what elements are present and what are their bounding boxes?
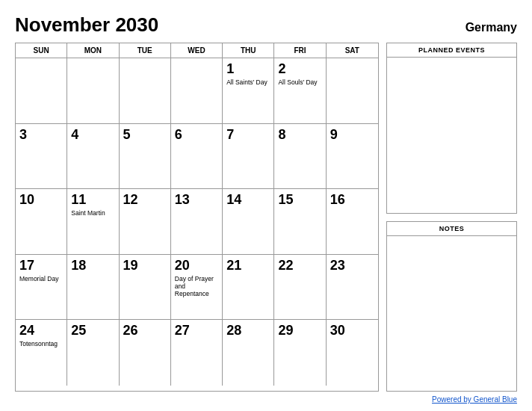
day-number: 25 [71, 323, 114, 339]
cal-cell: 20Day of Prayer and Repentance [171, 255, 223, 321]
day-of-week-thu: THU [223, 43, 274, 58]
day-number: 29 [278, 323, 321, 339]
cal-cell: 21 [223, 255, 274, 321]
day-number: 13 [175, 192, 218, 208]
cal-cell: 15 [274, 189, 326, 255]
day-number: 7 [226, 127, 270, 143]
cal-cell: 19 [120, 255, 171, 321]
cal-cell: 10 [16, 189, 67, 255]
day-number: 10 [19, 192, 63, 208]
cal-cell: 11Saint Martin [67, 189, 119, 255]
cal-cell: 29 [274, 320, 326, 386]
cal-cell: 1All Saints' Day [223, 58, 274, 124]
cal-cell: 26 [120, 320, 171, 386]
day-number: 6 [175, 127, 218, 143]
day-number: 18 [71, 258, 114, 274]
main-content: SUNMONTUEWEDTHUFRISAT 1All Saints' Day2A… [15, 43, 517, 392]
event-label: All Saints' Day [226, 78, 270, 86]
calendar-header: SUNMONTUEWEDTHUFRISAT [16, 43, 378, 58]
cal-cell: 4 [67, 124, 119, 190]
event-label: Saint Martin [71, 209, 114, 217]
day-number: 14 [226, 192, 270, 208]
day-number: 5 [123, 127, 167, 143]
cal-cell [67, 58, 119, 124]
cal-cell: 18 [67, 255, 119, 321]
cal-cell: 25 [67, 320, 119, 386]
cal-cell: 9 [327, 124, 378, 190]
planned-events-title: PLANNED EVENTS [387, 43, 516, 58]
event-label: Memorial Day [19, 275, 63, 282]
day-number: 30 [330, 323, 374, 339]
footer: Powered by General Blue [15, 395, 517, 404]
day-number: 20 [175, 258, 218, 274]
cal-cell: 13 [171, 189, 223, 255]
cal-cell: 16 [327, 189, 378, 255]
cal-cell: 8 [274, 124, 326, 190]
day-number: 11 [71, 192, 114, 208]
notes-title: NOTES [387, 222, 516, 236]
day-number: 28 [226, 323, 270, 339]
cal-cell [327, 58, 378, 124]
cal-cell: 5 [120, 124, 171, 190]
cal-cell [120, 58, 171, 124]
event-label: All Souls' Day [278, 78, 321, 86]
country-title: Germany [466, 21, 517, 34]
day-number: 26 [123, 323, 167, 339]
day-of-week-sat: SAT [327, 43, 378, 58]
event-label: Totensonntag [19, 340, 63, 347]
cal-cell: 24Totensonntag [16, 320, 67, 386]
cal-cell: 12 [120, 189, 171, 255]
day-number: 23 [330, 258, 374, 274]
cal-cell: 2All Souls' Day [274, 58, 326, 124]
day-of-week-tue: TUE [120, 43, 171, 58]
event-label: Day of Prayer and Repentance [175, 275, 218, 298]
day-number: 22 [278, 258, 321, 274]
cal-cell: 23 [327, 255, 378, 321]
planned-events-box: PLANNED EVENTS [386, 43, 517, 214]
month-title: November 2030 [15, 13, 158, 37]
calendar-grid: 1All Saints' Day2All Souls' Day345678910… [16, 58, 378, 386]
day-number: 1 [226, 61, 270, 77]
cal-cell: 6 [171, 124, 223, 190]
sidebar: PLANNED EVENTS NOTES [386, 43, 517, 392]
day-of-week-fri: FRI [274, 43, 326, 58]
cal-cell [171, 58, 223, 124]
cal-cell: 28 [223, 320, 274, 386]
day-number: 21 [226, 258, 270, 274]
cal-cell [16, 58, 67, 124]
cal-cell: 30 [327, 320, 378, 386]
day-number: 12 [123, 192, 167, 208]
day-number: 27 [175, 323, 218, 339]
cal-cell: 3 [16, 124, 67, 190]
day-number: 15 [278, 192, 321, 208]
day-of-week-wed: WED [171, 43, 223, 58]
day-number: 24 [19, 323, 63, 339]
day-of-week-sun: SUN [16, 43, 67, 58]
notes-box: NOTES [386, 221, 517, 392]
day-number: 8 [278, 127, 321, 143]
cal-cell: 27 [171, 320, 223, 386]
day-number: 3 [19, 127, 63, 143]
day-number: 4 [71, 127, 114, 143]
day-of-week-mon: MON [67, 43, 119, 58]
day-number: 17 [19, 258, 63, 274]
day-number: 2 [278, 61, 321, 77]
powered-by-link[interactable]: Powered by General Blue [432, 395, 517, 404]
notes-content [387, 236, 516, 389]
cal-cell: 14 [223, 189, 274, 255]
day-number: 16 [330, 192, 374, 208]
cal-cell: 22 [274, 255, 326, 321]
calendar: SUNMONTUEWEDTHUFRISAT 1All Saints' Day2A… [15, 43, 379, 392]
day-number: 19 [123, 258, 167, 274]
cal-cell: 17Memorial Day [16, 255, 67, 321]
day-number: 9 [330, 127, 374, 143]
planned-events-content [387, 58, 516, 211]
cal-cell: 7 [223, 124, 274, 190]
